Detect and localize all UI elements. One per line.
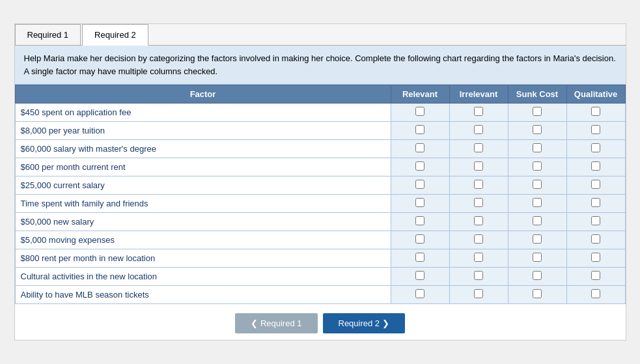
checkbox-irrelevant-row1[interactable] <box>474 125 483 134</box>
checkbox-qualitative-row4[interactable] <box>591 180 600 189</box>
checkbox-irrelevant-row0[interactable] <box>474 107 483 116</box>
tab-required2[interactable]: Required 2 <box>82 24 148 46</box>
cell-relevant <box>391 122 449 140</box>
checkbox-irrelevant-row9[interactable] <box>474 271 483 280</box>
checkbox-relevant-row5[interactable] <box>415 198 424 207</box>
table-row: $450 spent on application fee <box>15 104 625 122</box>
cell-irrelevant <box>449 268 508 286</box>
checkbox-sunk-cost-row9[interactable] <box>533 271 542 280</box>
cell-relevant <box>391 176 449 195</box>
checkbox-sunk-cost-row10[interactable] <box>533 289 542 298</box>
checkbox-qualitative-row10[interactable] <box>591 289 600 298</box>
checkbox-sunk-cost-row6[interactable] <box>533 216 542 225</box>
checkbox-qualitative-row5[interactable] <box>591 198 600 207</box>
cell-sunk-cost <box>508 195 566 213</box>
cell-sunk-cost <box>508 104 566 122</box>
checkbox-qualitative-row3[interactable] <box>591 161 600 171</box>
checkbox-qualitative-row2[interactable] <box>591 143 600 152</box>
checkbox-qualitative-row7[interactable] <box>591 234 600 244</box>
checkbox-sunk-cost-row0[interactable] <box>533 107 542 116</box>
factor-label: $25,000 current salary <box>15 176 391 195</box>
checkbox-relevant-row0[interactable] <box>415 107 424 116</box>
cell-qualitative <box>566 286 625 304</box>
checkbox-relevant-row6[interactable] <box>415 216 424 225</box>
factor-label: Time spent with family and friends <box>15 195 391 213</box>
factor-label: $450 spent on application fee <box>15 104 391 122</box>
factor-table: Factor Relevant Irrelevant Sunk Cost Qua… <box>15 85 626 304</box>
checkbox-irrelevant-row8[interactable] <box>474 253 483 262</box>
main-container: Required 1 Required 2 Help Maria make he… <box>14 23 626 341</box>
table-row: $50,000 new salary <box>15 213 625 231</box>
checkbox-sunk-cost-row7[interactable] <box>533 234 542 244</box>
checkbox-relevant-row9[interactable] <box>415 271 424 280</box>
table-row: $8,000 per year tuition <box>15 122 625 140</box>
checkbox-sunk-cost-row8[interactable] <box>533 253 542 262</box>
cell-sunk-cost <box>508 140 566 158</box>
cell-relevant <box>391 158 449 176</box>
col-header-factor: Factor <box>15 85 391 104</box>
factor-label: $8,000 per year tuition <box>15 122 391 140</box>
checkbox-irrelevant-row5[interactable] <box>474 198 483 207</box>
checkbox-qualitative-row0[interactable] <box>591 107 600 116</box>
checkbox-irrelevant-row6[interactable] <box>474 216 483 225</box>
cell-irrelevant <box>449 140 508 158</box>
cell-relevant <box>391 231 449 249</box>
checkbox-qualitative-row8[interactable] <box>591 253 600 262</box>
cell-irrelevant <box>449 249 508 268</box>
checkbox-irrelevant-row7[interactable] <box>474 234 483 244</box>
cell-irrelevant <box>449 158 508 176</box>
table-row: $60,000 salary with master's degree <box>15 140 625 158</box>
checkbox-qualitative-row9[interactable] <box>591 271 600 280</box>
cell-relevant <box>391 104 449 122</box>
checkbox-relevant-row10[interactable] <box>415 289 424 298</box>
table-row: Time spent with family and friends <box>15 195 625 213</box>
cell-relevant <box>391 286 449 304</box>
next-button[interactable]: Required 2 <box>323 313 405 333</box>
cell-qualitative <box>566 195 625 213</box>
checkbox-relevant-row4[interactable] <box>415 180 424 189</box>
table-row: Cultural activities in the new location <box>15 268 625 286</box>
factor-label: $60,000 salary with master's degree <box>15 140 391 158</box>
checkbox-relevant-row1[interactable] <box>415 125 424 134</box>
checkbox-relevant-row7[interactable] <box>415 234 424 244</box>
checkbox-sunk-cost-row5[interactable] <box>533 198 542 207</box>
factor-label: Cultural activities in the new location <box>15 268 391 286</box>
cell-sunk-cost <box>508 268 566 286</box>
checkbox-irrelevant-row3[interactable] <box>474 161 483 171</box>
cell-irrelevant <box>449 213 508 231</box>
table-row: Ability to have MLB season tickets <box>15 286 625 304</box>
cell-sunk-cost <box>508 122 566 140</box>
cell-irrelevant <box>449 195 508 213</box>
checkbox-relevant-row8[interactable] <box>415 253 424 262</box>
prev-button[interactable]: Required 1 <box>235 313 317 333</box>
cell-qualitative <box>566 249 625 268</box>
cell-irrelevant <box>449 231 508 249</box>
checkbox-qualitative-row6[interactable] <box>591 216 600 225</box>
checkbox-sunk-cost-row4[interactable] <box>533 180 542 189</box>
checkbox-irrelevant-row2[interactable] <box>474 143 483 152</box>
cell-qualitative <box>566 122 625 140</box>
checkbox-sunk-cost-row2[interactable] <box>533 143 542 152</box>
chart-table-wrapper: Factor Relevant Irrelevant Sunk Cost Qua… <box>15 85 626 304</box>
tab-bar: Required 1 Required 2 <box>15 24 626 46</box>
cell-sunk-cost <box>508 213 566 231</box>
checkbox-sunk-cost-row1[interactable] <box>533 125 542 134</box>
cell-sunk-cost <box>508 176 566 195</box>
factor-label: $600 per month current rent <box>15 158 391 176</box>
cell-sunk-cost <box>508 158 566 176</box>
table-row: $800 rent per month in new location <box>15 249 625 268</box>
checkbox-irrelevant-row10[interactable] <box>474 289 483 298</box>
instructions-text: Help Maria make her decision by categori… <box>15 46 626 85</box>
cell-sunk-cost <box>508 249 566 268</box>
cell-relevant <box>391 213 449 231</box>
factor-label: Ability to have MLB season tickets <box>15 286 391 304</box>
checkbox-sunk-cost-row3[interactable] <box>533 161 542 171</box>
col-header-qualitative: Qualitative <box>566 85 625 104</box>
checkbox-relevant-row2[interactable] <box>415 143 424 152</box>
checkbox-irrelevant-row4[interactable] <box>474 180 483 189</box>
cell-relevant <box>391 268 449 286</box>
footer-navigation: Required 1 Required 2 <box>15 304 626 340</box>
checkbox-qualitative-row1[interactable] <box>591 125 600 134</box>
checkbox-relevant-row3[interactable] <box>415 161 424 171</box>
tab-required1[interactable]: Required 1 <box>15 24 81 45</box>
